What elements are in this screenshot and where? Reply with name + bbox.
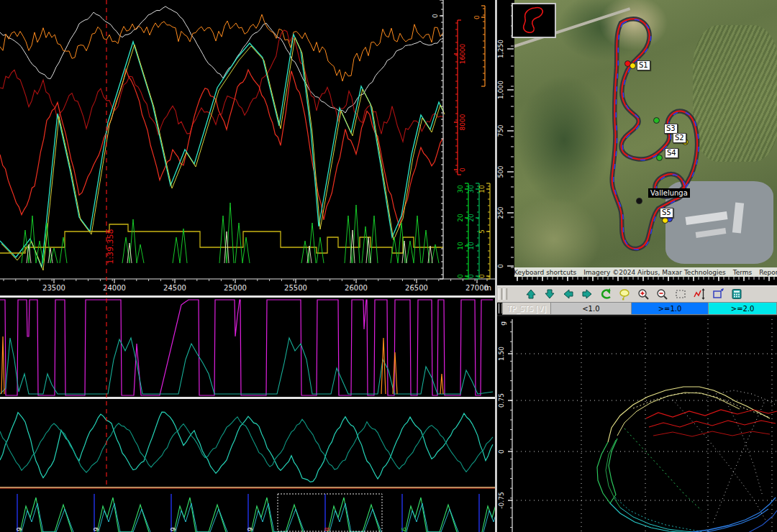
telemetry-strip-panels[interactable]: 9999862350024000245002500025500260002650… — [0, 0, 496, 532]
track-inset-outline — [513, 4, 552, 34]
value-axis-label: 5 — [478, 229, 486, 234]
report-map-error-link[interactable]: Report a map error — [755, 269, 777, 276]
gg-diagram-panel[interactable]: 1.500.750-0.75g — [497, 316, 777, 532]
x-axis-tick-label: 24500 — [163, 284, 186, 292]
lap-time-label: 9 — [247, 527, 254, 531]
sector-marker-s1-alt — [630, 63, 636, 69]
pan-left-button[interactable] — [560, 287, 576, 301]
gg-diagram-svg[interactable]: 1.500.750-0.75g — [497, 316, 777, 532]
gg-axis-label: -0.75 — [498, 492, 505, 508]
scale-y-icon — [693, 288, 706, 301]
trace-red-fast — [0, 69, 443, 226]
map-scale-label: 750 — [497, 124, 504, 137]
keyboard-shortcuts-link[interactable]: Keyboard shortcuts — [514, 269, 580, 276]
scale-y-button[interactable] — [691, 287, 707, 301]
sector-label-s1: S1 — [637, 60, 650, 70]
zoom-out-icon — [655, 288, 668, 301]
vertical-splitter[interactable] — [495, 0, 497, 532]
lap-time-label: 9 — [170, 527, 177, 531]
panel-separator[interactable] — [0, 488, 496, 489]
gg-axis-label: 0 — [498, 449, 505, 454]
map-scale-label: 1,250 — [497, 40, 504, 58]
zoom-in-button[interactable] — [635, 287, 651, 301]
trace-teal-p2 — [0, 338, 493, 394]
lasso-button[interactable] — [617, 287, 632, 301]
calculator-button[interactable] — [729, 287, 745, 301]
value-axis-label: 0 — [468, 274, 475, 278]
zoom-in-icon — [637, 288, 650, 301]
x-axis-tick-label: 23500 — [42, 284, 65, 292]
analysis-workspace: 9999862350024000245002500025500260002650… — [0, 0, 777, 532]
gg-axis-label: 0.75 — [498, 393, 505, 408]
map-scale-label: 500 — [497, 165, 504, 178]
channel-color-scale-bar: TP_STS [V] <1.0 >=1.0 >=2.0 — [497, 302, 777, 316]
value-axis-label: 16000 — [459, 43, 466, 64]
sector-label-s5: S5 — [660, 208, 673, 218]
sector-label-s3: S3 — [664, 124, 678, 134]
zoom-window-button[interactable] — [673, 287, 689, 301]
trace-orange-spike-3 — [393, 352, 397, 394]
x-axis-tick-label: 25000 — [224, 284, 247, 292]
pan-up-icon — [524, 288, 537, 301]
trace-orange-spike-2 — [381, 338, 386, 394]
trace-teal-b — [0, 417, 493, 472]
terrain-woods — [517, 75, 611, 205]
zoom-out-button[interactable] — [654, 287, 670, 301]
trace-teal-a — [0, 412, 493, 482]
trace-orange-spike-1 — [1, 336, 4, 394]
value-axis-label: 0 — [459, 168, 466, 172]
trace-orange-spike-4 — [440, 374, 443, 394]
calculator-icon — [730, 288, 743, 301]
lap-time-label: 9 — [93, 527, 100, 531]
track-map-module[interactable]: 1,2501,0007505002500 Keyboard shortcuts … — [497, 0, 777, 285]
terrain-field — [514, 198, 601, 277]
sector-label-s2: S2 — [673, 133, 686, 143]
value-axis-label: 8000 — [459, 114, 466, 130]
lap-time-label: 6 — [401, 527, 408, 531]
map-scale-label: 250 — [497, 206, 504, 219]
pan-down-icon — [543, 288, 556, 301]
scale-range-high[interactable]: >=2.0 — [709, 302, 777, 315]
scale-range-mid[interactable]: >=1.0 — [632, 302, 709, 315]
x-axis-tick-label: 26000 — [345, 284, 368, 292]
terms-link[interactable]: Terms — [730, 269, 756, 276]
telemetry-charts-svg[interactable]: 9999862350024000245002500025500260002650… — [0, 0, 496, 532]
map-scale-label: 0 — [497, 264, 504, 268]
sector-marker-s5-alt — [662, 217, 668, 224]
undo-icon — [599, 288, 612, 301]
toolbar-grip[interactable] — [499, 288, 502, 300]
track-inset-thumbnail[interactable] — [512, 3, 556, 38]
value-axis-label: 10 — [468, 242, 475, 250]
fit-view-icon — [712, 288, 724, 301]
x-axis-unit: m — [484, 284, 491, 292]
channel-name-button[interactable]: TP_STS [V] — [502, 302, 551, 315]
value-axis-label: 30 — [468, 185, 475, 193]
lap-time-label: 8 — [324, 527, 331, 531]
gg-axis-unit: g — [499, 321, 506, 326]
track-name-label: Vallelunga — [648, 188, 690, 198]
undo-button[interactable] — [598, 287, 614, 301]
map-toolbar — [497, 285, 777, 303]
pan-down-button[interactable] — [542, 287, 558, 301]
track-location-dot — [636, 198, 642, 204]
toolbar-grip[interactable] — [504, 288, 507, 300]
lasso-icon — [618, 288, 631, 301]
panel-separator[interactable] — [0, 295, 496, 298]
map-attribution-bar: Keyboard shortcuts Imagery ©2024 Airbus,… — [514, 267, 777, 277]
value-axis-label: 10 — [457, 242, 464, 250]
fit-view-button[interactable] — [710, 287, 726, 301]
spike-trace — [22, 203, 439, 263]
satellite-map[interactable] — [514, 0, 777, 277]
value-axis-label: 20 — [468, 214, 475, 222]
pan-right-button[interactable] — [579, 287, 595, 301]
x-axis-tick-label: 25500 — [284, 284, 307, 292]
value-axis-label: 0 — [432, 14, 439, 18]
value-axis-label: 0 — [473, 15, 481, 19]
panel-separator[interactable] — [0, 487, 496, 488]
sector-marker-s3 — [653, 117, 660, 124]
panel-separator[interactable] — [0, 397, 496, 399]
scale-range-low[interactable]: <1.0 — [551, 302, 632, 315]
value-axis-label: 0 — [478, 274, 486, 278]
pan-up-button[interactable] — [523, 287, 539, 301]
terrain-field — [599, 0, 668, 50]
